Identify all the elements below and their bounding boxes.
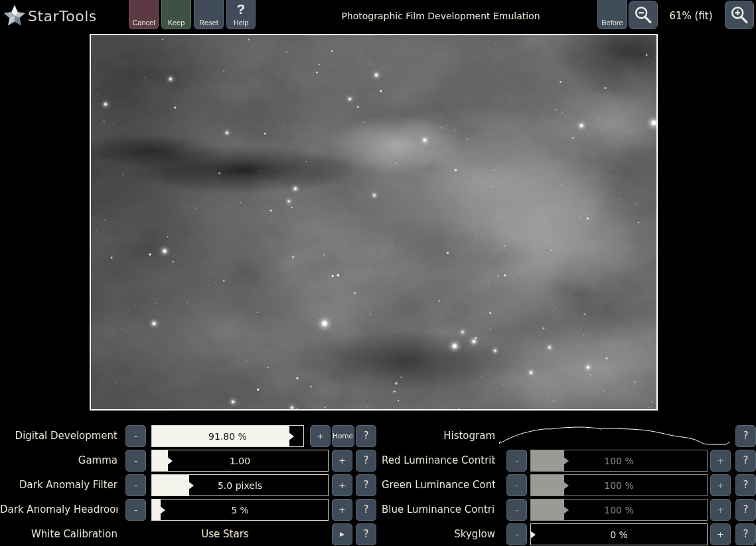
dark-anomaly-headroom-help-button[interactable]: ? bbox=[356, 499, 376, 521]
gamma-label: Gamma bbox=[0, 450, 117, 472]
dark-anomaly-filter-help-button[interactable]: ? bbox=[356, 474, 376, 496]
skyglow-help-button[interactable]: ? bbox=[735, 523, 756, 545]
module-title: Photographic Film Development Emulation bbox=[259, 0, 623, 32]
help-label: Help bbox=[227, 19, 255, 27]
keep-label: Keep bbox=[162, 19, 190, 27]
home-in-button[interactable]: Home In bbox=[332, 425, 354, 447]
digital-development-help-button[interactable]: ? bbox=[356, 425, 376, 447]
red-luminance-slider[interactable]: 100 % bbox=[530, 450, 708, 472]
gamma-decrement-button[interactable]: - bbox=[125, 450, 146, 472]
skyglow-decrement-button[interactable]: - bbox=[506, 523, 527, 545]
gamma-slider[interactable]: 1.00 bbox=[151, 450, 329, 472]
dark-anomaly-headroom-slider[interactable]: 5 % bbox=[151, 499, 329, 521]
histogram-help-button[interactable]: ? bbox=[735, 425, 756, 447]
blue-luminance-increment-button[interactable]: + bbox=[710, 499, 731, 521]
keep-button[interactable]: Keep bbox=[161, 0, 191, 29]
dark-anomaly-filter-value: 5.0 pixels bbox=[152, 475, 328, 497]
dark-anomaly-headroom-value: 5 % bbox=[152, 500, 328, 521]
row-gamma: Gamma - 1.00 + ? Red Luminance Contrib. … bbox=[0, 450, 756, 472]
digital-development-value: 91.80 % bbox=[152, 426, 303, 448]
white-calibration-next-button[interactable]: ▶ bbox=[332, 523, 352, 545]
digital-development-slider[interactable]: 91.80 % bbox=[151, 425, 304, 447]
reset-label: Reset bbox=[194, 19, 223, 27]
image-frame bbox=[90, 34, 658, 410]
white-calibration-chooser[interactable]: Use Stars bbox=[125, 523, 325, 545]
skyglow-slider[interactable]: 0 % bbox=[530, 523, 708, 545]
before-label: Before bbox=[598, 19, 627, 27]
histogram-chart bbox=[499, 425, 730, 447]
question-mark-icon: ? bbox=[227, 1, 255, 17]
magnifier-minus-icon bbox=[633, 5, 654, 26]
startools-star-icon bbox=[3, 3, 27, 29]
cancel-label: Cancel bbox=[129, 19, 158, 27]
row-white-calibration: White Calibration Use Stars ▶ ? Skyglow … bbox=[0, 523, 756, 545]
white-calibration-help-button[interactable]: ? bbox=[356, 523, 376, 545]
histogram-display bbox=[499, 425, 730, 447]
dark-anomaly-filter-decrement-button[interactable]: - bbox=[125, 474, 146, 496]
green-luminance-slider[interactable]: 100 % bbox=[530, 474, 708, 496]
green-luminance-value: 100 % bbox=[531, 475, 707, 497]
green-luminance-increment-button[interactable]: + bbox=[710, 474, 731, 496]
skyglow-increment-button[interactable]: + bbox=[710, 523, 731, 545]
startools-logo: StarTools bbox=[3, 3, 97, 29]
row-dark-anomaly-headroom: Dark Anomaly Headroom - 5 % + ? Blue Lum… bbox=[0, 499, 756, 521]
zoom-level: 61% (fit) bbox=[661, 0, 721, 32]
dark-anomaly-filter-increment-button[interactable]: + bbox=[332, 474, 352, 496]
row-digital-development: Digital Development - 91.80 % + Home In … bbox=[0, 425, 756, 447]
dark-anomaly-headroom-increment-button[interactable]: + bbox=[332, 499, 352, 521]
dark-anomaly-filter-label: Dark Anomaly Filter bbox=[0, 474, 117, 496]
skyglow-value: 0 % bbox=[531, 524, 707, 546]
red-luminance-increment-button[interactable]: + bbox=[710, 450, 731, 472]
gamma-value: 1.00 bbox=[152, 450, 328, 472]
histogram-label: Histogram bbox=[382, 425, 495, 447]
green-luminance-decrement-button[interactable]: - bbox=[506, 474, 527, 496]
green-luminance-help-button[interactable]: ? bbox=[735, 474, 756, 496]
logo-text: StarTools bbox=[28, 8, 97, 25]
gamma-increment-button[interactable]: + bbox=[332, 450, 352, 472]
blue-luminance-slider[interactable]: 100 % bbox=[530, 499, 708, 521]
top-toolbar: StarTools Cancel Keep Reset ? Help Photo… bbox=[0, 0, 756, 32]
white-calibration-label: White Calibration bbox=[0, 523, 117, 545]
blue-luminance-decrement-button[interactable]: - bbox=[506, 499, 527, 521]
cancel-button[interactable]: Cancel bbox=[129, 0, 159, 29]
dark-anomaly-headroom-decrement-button[interactable]: - bbox=[125, 499, 146, 521]
red-luminance-label: Red Luminance Contrib. bbox=[382, 450, 495, 472]
histogram-curve bbox=[499, 427, 730, 444]
before-button[interactable]: Before bbox=[597, 0, 627, 29]
skyglow-label: Skyglow bbox=[382, 523, 495, 545]
row-dark-anomaly-filter: Dark Anomaly Filter - 5.0 pixels + ? Gre… bbox=[0, 474, 756, 496]
digital-development-decrement-button[interactable]: - bbox=[125, 425, 146, 447]
dark-anomaly-headroom-label: Dark Anomaly Headroom bbox=[0, 499, 117, 521]
star-field bbox=[91, 35, 656, 409]
red-luminance-help-button[interactable]: ? bbox=[735, 450, 756, 472]
zoom-out-button[interactable] bbox=[629, 1, 658, 29]
help-button[interactable]: ? Help bbox=[226, 0, 256, 29]
dark-anomaly-filter-slider[interactable]: 5.0 pixels bbox=[151, 474, 329, 496]
red-luminance-decrement-button[interactable]: - bbox=[506, 450, 527, 472]
zoom-in-button[interactable] bbox=[725, 1, 754, 29]
blue-luminance-label: Blue Luminance Contrib. bbox=[382, 499, 495, 521]
startools-film-dev-screen: { "app": { "logo_text": "StarTools", "ti… bbox=[0, 0, 756, 546]
blue-luminance-help-button[interactable]: ? bbox=[735, 499, 756, 521]
green-luminance-label: Green Luminance Contri... bbox=[382, 474, 495, 496]
digital-development-increment-button[interactable]: + bbox=[310, 425, 331, 447]
gamma-help-button[interactable]: ? bbox=[356, 450, 376, 472]
red-luminance-value: 100 % bbox=[531, 450, 707, 472]
blue-luminance-value: 100 % bbox=[531, 500, 707, 521]
preview-image[interactable] bbox=[91, 35, 656, 409]
reset-button[interactable]: Reset bbox=[194, 0, 224, 29]
magnifier-plus-icon bbox=[729, 5, 750, 26]
digital-development-label: Digital Development bbox=[0, 425, 117, 447]
